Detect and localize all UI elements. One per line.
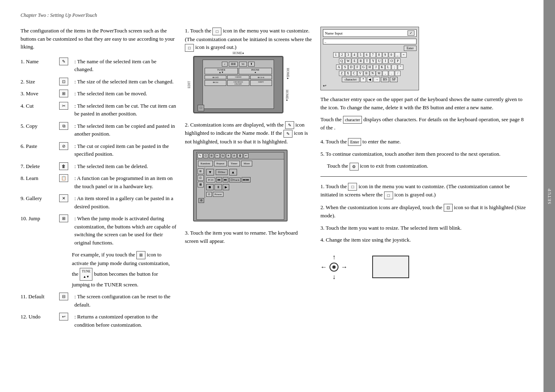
- item-label: 11. Default: [21, 293, 55, 301]
- page-container: SETUP Chapter Two : Setting Up PowerTouc…: [0, 0, 555, 392]
- item-label: 5. Copy: [21, 122, 55, 130]
- right-para2: Touch the character displays other chara…: [320, 115, 527, 132]
- item-desc: : When the jump mode is activated during…: [74, 214, 177, 247]
- gallery-icon-box: ✕: [59, 194, 68, 202]
- left-arrow-icon: ←: [320, 262, 327, 272]
- step2-section: 2. Customization icons are displayed, wi…: [185, 121, 312, 222]
- kb-key: =: [401, 52, 407, 58]
- item-icon: ↩: [55, 313, 72, 321]
- default-icon-box: ⊟: [59, 293, 68, 300]
- item-desc: : The cut or copied item can be pasted i…: [74, 142, 177, 158]
- item-icon: ✂: [55, 102, 72, 110]
- item-desc: : The size of the selected item can be c…: [74, 78, 177, 86]
- list-item: 11. Default ⊟ : The screen configuration…: [21, 293, 177, 309]
- paste-icon-box: ⊘: [59, 142, 68, 150]
- right-s2-step2: 2. When the customization icons are disp…: [320, 203, 527, 220]
- kb-key: 4: [352, 52, 357, 58]
- character-key: character: [343, 116, 362, 124]
- kb-key: V: [357, 71, 363, 76]
- item-icon: ⊡: [55, 78, 72, 85]
- kb-key: Z: [339, 71, 345, 76]
- kb-key: F: [355, 65, 360, 70]
- kb-key: E: [352, 58, 357, 64]
- item-label: 10. Jump: [21, 214, 55, 223]
- enter-key: Enter: [348, 138, 361, 146]
- joystick-arrows: ↑ ← → ↓: [320, 252, 348, 282]
- left-column: The configuration of the items in the Po…: [21, 27, 177, 333]
- right-steps: 4. Touch the Enter to enter the name. 5.…: [320, 138, 527, 171]
- kb-key: Y: [370, 58, 376, 64]
- list-item: 12. Undo ↩ : Returns a customized operat…: [21, 313, 177, 329]
- kb-key: G: [361, 65, 366, 70]
- delete-icon-box: 🗑: [59, 162, 68, 170]
- cut-icon-box: ✂: [59, 102, 68, 110]
- step3-num: 3.: [185, 230, 190, 236]
- kb-key: B: [364, 71, 369, 76]
- list-item: 1. Name ✎ : The name of the selected ite…: [21, 58, 177, 74]
- kb-key: .: [389, 71, 394, 76]
- step2-num: 2.: [185, 122, 190, 128]
- right-sidebar-tab: SETUP: [543, 0, 555, 392]
- kb-key: M: [376, 71, 382, 76]
- kb-key: J: [373, 65, 379, 70]
- section-divider: [320, 176, 527, 177]
- item-label: 1. Name: [21, 58, 55, 66]
- keyboard-screen-area: Name Input ✓ _ Enter 1 2 3: [320, 27, 527, 90]
- step2-content: Customization icons are displayed, with …: [185, 122, 308, 145]
- kb-key: S: [342, 65, 348, 70]
- kb-key: ;: [391, 65, 397, 70]
- up-arrow-icon: ↑: [332, 252, 336, 262]
- kb-key: 1: [333, 52, 339, 58]
- items-list-2: 11. Default ⊟ : The screen configuration…: [21, 293, 177, 329]
- copy-icon-box: ⧉: [59, 122, 68, 130]
- kb-key: T: [364, 58, 370, 64]
- item-label: 6. Paste: [21, 142, 55, 150]
- tune-button-icon: TUNE▲▼: [80, 268, 92, 281]
- kb-key: /: [395, 71, 401, 76]
- right-step5: 5. To continue customization, touch anot…: [320, 150, 527, 158]
- item-label: 9. Gallery: [21, 194, 55, 203]
- size-box-diagram: [372, 256, 409, 278]
- kb-key: 3: [345, 52, 351, 58]
- item-label: 3. Move: [21, 90, 55, 98]
- step3-section: 3. Touch the item you want to rename. Th…: [185, 229, 312, 245]
- item-icon: ✕: [55, 194, 72, 202]
- item-icon: ⧉: [55, 122, 72, 130]
- item-desc: : Returns a customized operation to the …: [74, 313, 177, 329]
- s2-step1-icon: □: [348, 183, 357, 191]
- item-desc: : A function can be programmed in an ite…: [74, 174, 177, 190]
- list-item: 2. Size ⊡ : The size of the selected ite…: [21, 78, 177, 86]
- right-step4: 4. Touch the Enter to enter the name.: [320, 138, 527, 146]
- kb-key: A: [336, 65, 342, 70]
- step2-text: 2. Customization icons are displayed, wi…: [185, 121, 312, 146]
- kb-key: 7: [370, 52, 376, 58]
- kb-key: →: [373, 77, 380, 82]
- enter-display-btn: Enter: [404, 46, 417, 51]
- joystick-diagram: ↑ ← → ↓: [320, 252, 348, 282]
- jump-extra: For example, if you touch the ⊞ icon to …: [72, 251, 177, 289]
- list-item: 4. Cut ✂ : The selected item can be cut.…: [21, 102, 177, 118]
- device-screen-1: EDIT HOME♦ HOME♦ HOME♦ ♪ ⊞⊞ 50: [193, 56, 312, 113]
- item-icon: ⊘: [55, 142, 72, 150]
- list-item: 5. Copy ⧉ : The selected item can be cop…: [21, 122, 177, 138]
- kb-key: D: [348, 65, 354, 70]
- kb-key: ◀: [367, 77, 373, 82]
- right-arrow-icon: →: [341, 262, 348, 272]
- right-section2-steps: 1. Touch the □ icon in the menu you want…: [320, 182, 527, 244]
- size-icon-box: ⊡: [59, 78, 68, 85]
- kb-key: H: [367, 65, 373, 70]
- item-label: 7. Delete: [21, 162, 55, 171]
- checkmark-icon: ✓: [408, 30, 415, 36]
- down-arrow-icon: ↓: [332, 272, 336, 282]
- kb-key: 8: [376, 52, 382, 58]
- step2-icon: ✎: [285, 121, 294, 129]
- kb-key: U: [376, 58, 382, 64]
- right-s2-step3: 3. Touch the item you want to resize. Th…: [320, 224, 527, 232]
- kb-key: W: [345, 58, 352, 64]
- list-item: 6. Paste ⊘ : The cut or copied item can …: [21, 142, 177, 158]
- character-key-display: character: [342, 77, 359, 82]
- sp-key: SP: [390, 77, 398, 82]
- name-icon-box: ✎: [59, 58, 68, 65]
- kb-key: R: [358, 58, 364, 64]
- move-icon-box: ⊞: [59, 90, 68, 97]
